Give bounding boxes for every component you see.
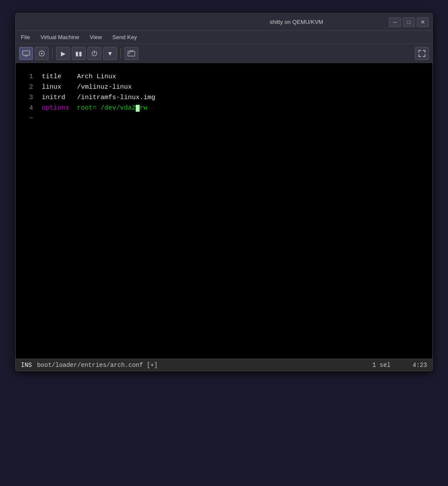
svg-point-4 bbox=[41, 53, 43, 54]
close-button[interactable]: ✕ bbox=[417, 17, 429, 27]
menu-virtual-machine[interactable]: Virtual Machine bbox=[39, 33, 81, 41]
text-cursor bbox=[136, 105, 140, 112]
line-2-keyword: linux bbox=[42, 83, 61, 91]
line-3-content: initrd /initramfs-linux.img bbox=[42, 93, 155, 103]
line-number-2: 2 bbox=[20, 82, 33, 93]
menu-view[interactable]: View bbox=[88, 33, 104, 41]
pause-button[interactable]: ▮▮ bbox=[72, 47, 86, 60]
line-number-3: 3 bbox=[20, 93, 33, 103]
code-line-4: 4 options root= /dev/vda2rw bbox=[20, 103, 428, 113]
statusbar: INS boot/loader/entries/arch.conf [+] 1 … bbox=[16, 359, 432, 371]
line-3-value: /initramfs-linux.img bbox=[69, 94, 155, 101]
code-line-3: 3 initrd /initramfs-linux.img bbox=[20, 93, 428, 103]
titlebar: shitty on QEMU/KVM ─ □ ✕ bbox=[16, 13, 432, 31]
cursor-position: 1 sel 4:23 bbox=[372, 362, 427, 369]
expand-button[interactable] bbox=[415, 47, 429, 60]
line-4-rw: rw bbox=[140, 104, 147, 112]
minimize-button[interactable]: ─ bbox=[389, 17, 401, 27]
tilde-marker: ~ bbox=[20, 113, 33, 124]
selection-info: 1 sel bbox=[372, 362, 391, 369]
menu-send-key[interactable]: Send Key bbox=[110, 33, 138, 41]
maximize-button[interactable]: □ bbox=[403, 17, 415, 27]
line-1-value: Arch Linux bbox=[65, 73, 116, 80]
power-indicator[interactable] bbox=[35, 47, 49, 60]
editor-mode: INS bbox=[21, 362, 32, 369]
line-number-1: 1 bbox=[20, 72, 33, 82]
play-button[interactable]: ▶ bbox=[56, 47, 70, 60]
line-2-content: linux /vmlinuz-linux bbox=[42, 82, 132, 93]
editor-content: 1 title Arch Linux 2 linux /vmlinuz-linu… bbox=[16, 72, 432, 124]
svg-rect-5 bbox=[128, 51, 135, 56]
code-line-tilde: ~ bbox=[20, 113, 428, 124]
line-number-4: 4 bbox=[20, 103, 33, 113]
window-title: shitty on QEMU/KVM bbox=[204, 19, 389, 25]
line-4-options: options bbox=[42, 104, 69, 112]
line-4-root-key: root= bbox=[73, 104, 97, 112]
main-window: shitty on QEMU/KVM ─ □ ✕ File Virtual Ma… bbox=[15, 13, 433, 371]
code-line-1: 1 title Arch Linux bbox=[20, 72, 428, 82]
line-3-keyword: initrd bbox=[42, 94, 65, 101]
line-1-keyword: title bbox=[42, 73, 61, 80]
time-display: 4:23 bbox=[412, 362, 427, 369]
display-icon[interactable] bbox=[19, 47, 33, 60]
toolbar: ▶ ▮▮ ▼ bbox=[16, 44, 432, 63]
screenshot-button[interactable] bbox=[124, 47, 138, 60]
line-1-content: title Arch Linux bbox=[42, 72, 116, 82]
line-4-root-val: /dev/vda2 bbox=[100, 104, 136, 112]
line-2-value: /vmlinuz-linux bbox=[65, 83, 132, 91]
terminal-area[interactable]: 1 title Arch Linux 2 linux /vmlinuz-linu… bbox=[16, 63, 432, 359]
file-name: boot/loader/entries/arch.conf [+] bbox=[37, 362, 372, 369]
menu-file[interactable]: File bbox=[19, 33, 32, 41]
code-line-2: 2 linux /vmlinuz-linux bbox=[20, 82, 428, 93]
menubar: File Virtual Machine View Send Key bbox=[16, 31, 432, 44]
dropdown-button[interactable]: ▼ bbox=[103, 47, 117, 60]
power-button[interactable] bbox=[87, 47, 101, 60]
line-4-content: options root= /dev/vda2rw bbox=[42, 103, 147, 113]
window-controls: ─ □ ✕ bbox=[389, 17, 429, 27]
svg-rect-0 bbox=[23, 51, 30, 55]
